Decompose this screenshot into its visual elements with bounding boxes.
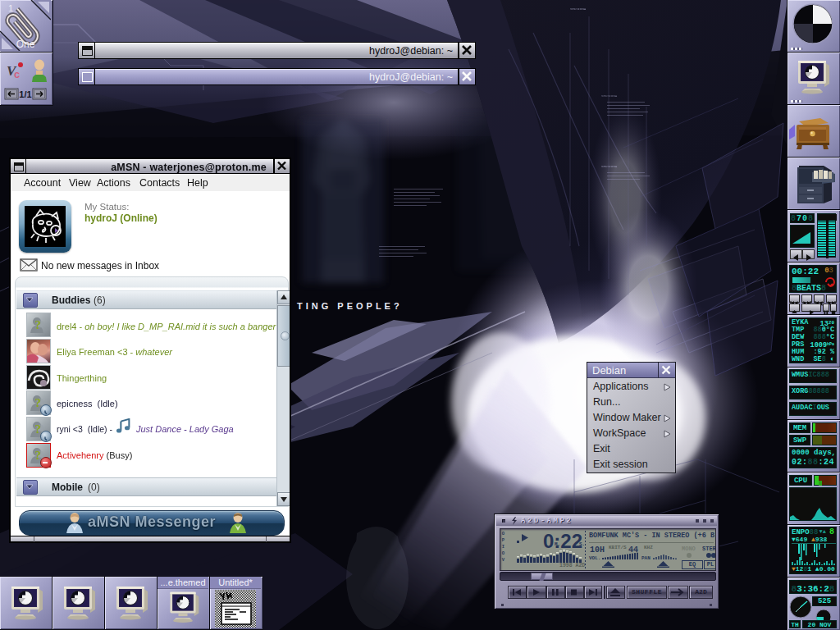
svg-text:1/1: 1/1	[19, 89, 31, 99]
svg-text:?: ?	[34, 318, 41, 331]
svg-text:TING PEOPLE?: TING PEOPLE?	[297, 301, 403, 311]
svg-text:1: 1	[8, 3, 13, 13]
svg-text:SECSIONA: SECSIONA	[601, 94, 618, 98]
svg-text:c: c	[14, 68, 20, 80]
svg-text:SECSIONA: SECSIONA	[570, 7, 587, 11]
svg-text:SECSIONA: SECSIONA	[601, 165, 618, 168]
svg-text:One: One	[16, 39, 35, 50]
